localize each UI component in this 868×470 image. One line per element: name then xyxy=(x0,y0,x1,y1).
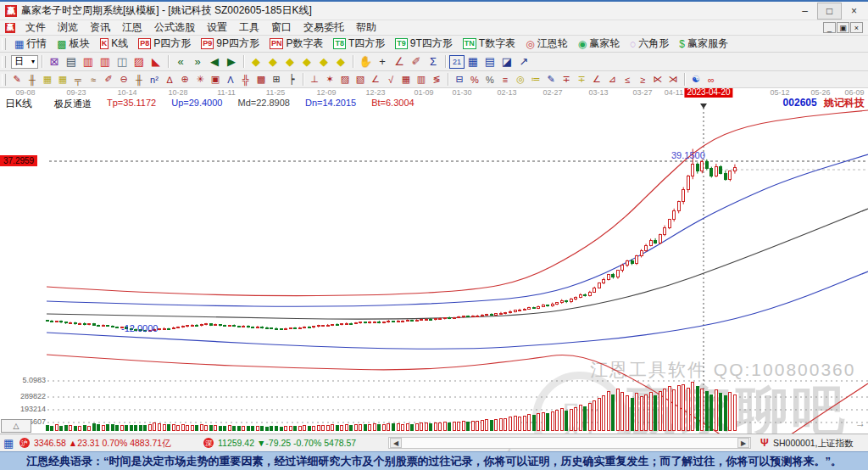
prev-bar-icon[interactable]: ◀ xyxy=(206,54,223,70)
scroll-left-arrow-icon[interactable]: ◀ xyxy=(390,438,402,448)
menu-item-help[interactable]: 帮助 xyxy=(350,20,382,35)
n-square-icon[interactable]: n² xyxy=(147,73,162,87)
module-winner-service[interactable]: $赢家服务 xyxy=(674,36,733,51)
info-panel-icon[interactable]: ▤ xyxy=(63,54,80,70)
module-t-number-table[interactable]: TNT数字表 xyxy=(458,36,520,51)
expand-y-icon[interactable]: ◆ xyxy=(298,54,315,70)
menu-item-gann[interactable]: 江恩 xyxy=(116,20,148,35)
kline-style2-icon[interactable]: ▥ xyxy=(97,54,114,70)
expand-all-icon[interactable]: ◆ xyxy=(332,54,349,70)
dense-grid-icon[interactable]: ▩ xyxy=(253,73,269,87)
compress-x-icon[interactable]: ◆ xyxy=(248,54,264,70)
pane-toggle-button[interactable]: △ xyxy=(1,419,31,433)
compress-all-icon[interactable]: ◆ xyxy=(315,54,332,70)
annotate-pen-icon[interactable]: ✎ xyxy=(543,73,559,87)
module-p-number-table[interactable]: PNP数字表 xyxy=(264,36,329,51)
save-icon[interactable]: ◪ xyxy=(498,54,515,70)
kline-style-icon[interactable]: ▥ xyxy=(80,54,97,70)
grid-red2-icon[interactable]: ▥ xyxy=(414,73,429,87)
calculator-icon[interactable]: ▦ xyxy=(465,54,481,70)
mdi-close-button[interactable]: × xyxy=(850,22,863,33)
time-grid2-icon[interactable]: ▦ xyxy=(55,73,70,87)
parallel2-icon[interactable]: ∓ xyxy=(574,73,589,87)
stats-tool-icon[interactable]: Σ xyxy=(425,54,442,70)
notes-icon[interactable]: ▤ xyxy=(481,54,498,70)
angle-fan-icon[interactable]: ∆ xyxy=(162,73,177,87)
module-t-square[interactable]: T8T四方形 xyxy=(328,36,390,51)
percent2-icon[interactable]: % xyxy=(482,73,498,87)
angle-tool-icon[interactable]: ∠ xyxy=(391,54,408,70)
invert-kline-icon[interactable]: ▨ xyxy=(131,54,147,70)
menu-item-trade-entrust[interactable]: 交易委托 xyxy=(298,20,350,35)
crosshair-tool-icon[interactable]: + xyxy=(374,54,391,70)
zigzag-icon[interactable]: Λ xyxy=(223,73,238,87)
infinity-icon[interactable]: ∞ xyxy=(704,73,719,87)
chart-canvas[interactable]: 江恩工具软件 QQ:100800360 财 赢家聊吧 09-0809-2310-… xyxy=(0,88,868,434)
calendar-icon[interactable]: 21 xyxy=(449,55,465,69)
lattice-icon[interactable]: ╬ xyxy=(238,73,253,87)
menu-item-browse[interactable]: 浏览 xyxy=(52,20,84,35)
menu-item-tools[interactable]: 工具 xyxy=(233,20,265,35)
mdi-restore-button[interactable]: ▣ xyxy=(837,22,849,33)
golden-circle-icon[interactable]: ◎ xyxy=(513,73,528,87)
star-burst-icon[interactable]: ✳ xyxy=(192,73,208,87)
grid-red-icon[interactable]: ▦ xyxy=(398,73,414,87)
hand-tool-icon[interactable]: ✋ xyxy=(357,54,374,70)
box-grid-icon[interactable]: ⊞ xyxy=(269,73,284,87)
angle-measure-icon[interactable]: ∠ xyxy=(589,73,604,87)
next-bar-icon[interactable]: ▶ xyxy=(223,54,240,70)
compress-y-icon[interactable]: ◆ xyxy=(281,54,298,70)
tripod-icon[interactable]: ⊥ xyxy=(307,73,322,87)
pattern-window-icon[interactable]: ⊠ xyxy=(46,54,63,70)
golden-levels-icon[interactable]: ≔ xyxy=(528,73,543,87)
last-bar-icon[interactable]: » xyxy=(189,54,206,70)
expand-x-icon[interactable]: ◆ xyxy=(264,54,281,70)
module-9t-square[interactable]: T99T四方形 xyxy=(390,36,458,51)
module-hexagon[interactable]: ◌六角形 xyxy=(625,36,674,51)
percent-retrace-icon[interactable]: % xyxy=(467,73,482,87)
menu-item-file[interactable]: 文件 xyxy=(19,20,52,35)
hatch-box-icon[interactable]: ▨ xyxy=(337,73,353,87)
circle-cross-icon[interactable]: ⊕ xyxy=(177,73,192,87)
mdi-minimize-button[interactable]: _ xyxy=(823,22,836,33)
module-gann-wheel[interactable]: ◎江恩轮 xyxy=(520,36,572,51)
menu-item-settings[interactable]: 设置 xyxy=(201,20,233,35)
menu-item-window[interactable]: 窗口 xyxy=(265,20,298,35)
first-bar-icon[interactable]: « xyxy=(172,54,189,70)
wedge-icon[interactable]: ⊿ xyxy=(604,73,620,87)
ruler-grid-icon[interactable]: ╫ xyxy=(131,73,147,87)
parallel-lines-icon[interactable]: ∓ xyxy=(559,73,574,87)
gradient-icon[interactable]: ◣ xyxy=(147,54,164,70)
close-button[interactable]: × xyxy=(842,3,866,20)
gann-line-icon[interactable]: ╫ xyxy=(25,73,40,87)
menu-item-formula-picker[interactable]: 公式选股 xyxy=(148,20,201,35)
tee-icon[interactable]: ┝ xyxy=(284,73,299,87)
ray-fan-icon[interactable]: ✶ xyxy=(322,73,337,87)
angle-pen-icon[interactable]: ∠ xyxy=(368,73,383,87)
module-quotes[interactable]: ▦行情 xyxy=(9,36,52,51)
trend-lines-icon[interactable]: ≶ xyxy=(429,73,444,87)
module-sectors[interactable]: ▩板块 xyxy=(52,36,94,51)
export-icon[interactable]: ↗ xyxy=(515,54,532,70)
scroll-right-arrow-icon[interactable]: ▶ xyxy=(737,438,749,448)
check-line-icon[interactable]: √ xyxy=(383,73,398,87)
module-p-square[interactable]: P8P四方形 xyxy=(133,36,196,51)
channel-up-icon[interactable]: ≤ xyxy=(620,73,635,87)
gann-box-icon[interactable]: ⊟ xyxy=(452,73,467,87)
cylinder-icon[interactable]: ◫ xyxy=(114,54,131,70)
spiral-icon[interactable]: ≈ xyxy=(86,73,101,87)
menu-item-news[interactable]: 资讯 xyxy=(84,20,116,35)
market-grid-icon[interactable]: ▦ xyxy=(3,437,14,450)
yinyang-icon[interactable]: ☯ xyxy=(688,73,704,87)
period-selector[interactable]: 日▾ xyxy=(11,55,38,69)
minimize-button[interactable]: – xyxy=(793,3,817,20)
time-grid-icon[interactable]: ▦ xyxy=(40,73,55,87)
filled-grid-icon[interactable]: ▣ xyxy=(208,73,223,87)
kline-chart[interactable] xyxy=(0,88,868,434)
channel-down-icon[interactable]: ≥ xyxy=(635,73,650,87)
marker-pen-icon[interactable]: ✐ xyxy=(101,73,116,87)
marker-tool-icon[interactable]: ✐ xyxy=(408,54,425,70)
ellipse-icon[interactable]: ⊖ xyxy=(116,73,131,87)
module-9p-square[interactable]: P99P四方形 xyxy=(196,36,264,51)
price-level-icon[interactable]: ╤ xyxy=(70,73,86,87)
